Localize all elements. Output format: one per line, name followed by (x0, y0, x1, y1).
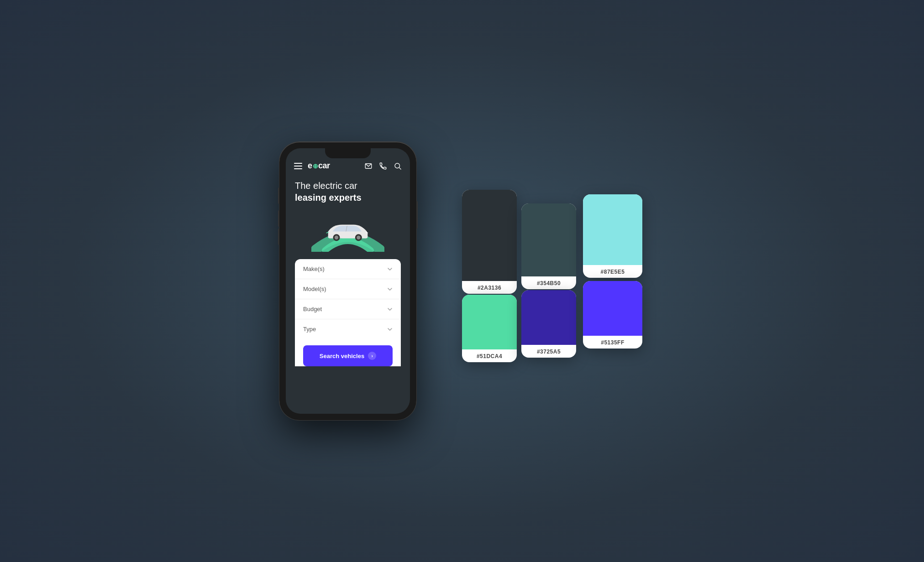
phone-shell: e⊕car (279, 142, 416, 420)
swatch-label-2a3136: #2A3136 (462, 281, 517, 294)
svg-point-7 (357, 236, 360, 239)
swatches-area: #2A3136 #354B50 #51DCA4 #3725A5 #87E5E5 … (462, 190, 654, 372)
budget-chevron-icon (387, 307, 393, 312)
topbar-icons (364, 162, 402, 170)
swatch-label-51dca4: #51DCA4 (462, 349, 517, 362)
makes-chevron-icon (387, 266, 393, 272)
topbar-left: e⊕car (294, 161, 330, 171)
swatch-card-indigo: #3725A5 (521, 290, 576, 358)
svg-point-1 (395, 163, 400, 168)
svg-line-2 (399, 167, 401, 169)
logo-plug-icon: ⊕ (313, 162, 318, 170)
swatch-card-dark1: #2A3136 (462, 190, 517, 294)
scene: e⊕car (270, 142, 654, 420)
type-field[interactable]: Type (295, 319, 401, 339)
swatch-card-purple: #5135FF (583, 281, 642, 349)
swatch-color-354b50 (521, 203, 576, 276)
phone-notch (325, 148, 371, 158)
search-button-label: Search vehicles (320, 353, 364, 359)
swatch-label-87e5e5: #87E5E5 (583, 265, 642, 278)
swatch-card-teal-dark: #354B50 (521, 203, 576, 289)
phone-icon[interactable] (379, 162, 387, 170)
swatch-color-87e5e5 (583, 194, 642, 265)
car-silhouette (325, 220, 371, 243)
budget-field[interactable]: Budget (295, 299, 401, 319)
type-label: Type (303, 326, 316, 333)
swatch-color-51dca4 (462, 295, 517, 349)
models-field[interactable]: Model(s) (295, 279, 401, 299)
hero-title: The electric car leasing experts (295, 180, 401, 203)
search-arrow-icon: › (368, 352, 376, 360)
car-area (295, 205, 401, 255)
svg-point-5 (335, 236, 338, 239)
swatch-color-5135ff (583, 281, 642, 336)
app-logo: e⊕car (308, 161, 330, 171)
makes-field[interactable]: Make(s) (295, 259, 401, 279)
type-chevron-icon (387, 327, 393, 332)
makes-label: Make(s) (303, 265, 325, 272)
swatch-color-2a3136 (462, 190, 517, 281)
hero-section: The electric car leasing experts (286, 175, 410, 414)
models-chevron-icon (387, 286, 393, 292)
swatch-label-354b50: #354B50 (521, 276, 576, 289)
hamburger-icon[interactable] (294, 163, 302, 169)
phone-wrapper: e⊕car (270, 142, 425, 420)
search-form: Make(s) Model(s) Budget (295, 259, 401, 366)
mail-icon[interactable] (364, 162, 373, 170)
budget-label: Budget (303, 306, 322, 312)
swatch-card-cyan: #87E5E5 (583, 194, 642, 278)
swatch-color-3725a5 (521, 290, 576, 345)
swatch-label-3725a5: #3725A5 (521, 345, 576, 358)
search-icon[interactable] (394, 162, 402, 170)
swatch-card-green: #51DCA4 (462, 295, 517, 362)
phone-screen: e⊕car (286, 148, 410, 414)
models-label: Model(s) (303, 286, 326, 292)
swatch-label-5135ff: #5135FF (583, 336, 642, 349)
search-vehicles-button[interactable]: Search vehicles › (303, 345, 393, 366)
